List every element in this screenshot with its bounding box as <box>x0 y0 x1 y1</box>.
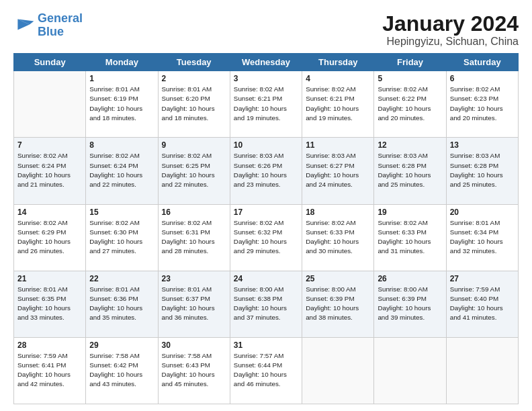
cell-content: Sunrise: 8:01 AM Sunset: 6:36 PM Dayligh… <box>89 285 154 323</box>
calendar-cell: 26Sunrise: 8:00 AM Sunset: 6:39 PM Dayli… <box>374 271 446 337</box>
cell-content: Sunrise: 8:02 AM Sunset: 6:24 PM Dayligh… <box>89 151 154 189</box>
day-number: 29 <box>89 340 154 350</box>
calendar-cell: 22Sunrise: 8:01 AM Sunset: 6:36 PM Dayli… <box>86 271 158 337</box>
cell-content: Sunrise: 8:03 AM Sunset: 6:28 PM Dayligh… <box>378 151 442 189</box>
page: General Blue January 2024 Hepingyizu, Si… <box>0 0 532 411</box>
week-row-4: 21Sunrise: 8:01 AM Sunset: 6:35 PM Dayli… <box>14 271 519 337</box>
day-number: 8 <box>89 140 154 150</box>
calendar-cell: 21Sunrise: 8:01 AM Sunset: 6:35 PM Dayli… <box>14 271 86 337</box>
cell-content: Sunrise: 8:02 AM Sunset: 6:21 PM Dayligh… <box>306 85 370 123</box>
day-number: 27 <box>450 274 515 283</box>
calendar-cell: 20Sunrise: 8:01 AM Sunset: 6:34 PM Dayli… <box>446 204 518 271</box>
cell-content: Sunrise: 7:58 AM Sunset: 6:43 PM Dayligh… <box>162 351 226 390</box>
day-number: 28 <box>17 340 82 350</box>
header-cell-sunday: Sunday <box>14 54 86 71</box>
logo: General Blue <box>13 12 83 39</box>
cell-content: Sunrise: 7:58 AM Sunset: 6:42 PM Dayligh… <box>89 351 154 390</box>
cell-content: Sunrise: 8:02 AM Sunset: 6:23 PM Dayligh… <box>450 85 515 123</box>
week-row-1: 1Sunrise: 8:01 AM Sunset: 6:19 PM Daylig… <box>14 71 519 138</box>
calendar-cell: 27Sunrise: 7:59 AM Sunset: 6:40 PM Dayli… <box>446 271 518 337</box>
calendar-cell: 7Sunrise: 8:02 AM Sunset: 6:24 PM Daylig… <box>14 138 86 204</box>
header: General Blue January 2024 Hepingyizu, Si… <box>13 12 519 48</box>
day-number: 15 <box>89 208 154 217</box>
day-number: 24 <box>234 274 298 283</box>
calendar-cell: 4Sunrise: 8:02 AM Sunset: 6:21 PM Daylig… <box>302 71 374 138</box>
day-number: 16 <box>162 208 226 217</box>
cell-content: Sunrise: 8:02 AM Sunset: 6:32 PM Dayligh… <box>234 218 298 257</box>
calendar-cell: 5Sunrise: 8:02 AM Sunset: 6:22 PM Daylig… <box>374 71 446 138</box>
cell-content: Sunrise: 8:01 AM Sunset: 6:35 PM Dayligh… <box>17 285 82 323</box>
week-row-3: 14Sunrise: 8:02 AM Sunset: 6:29 PM Dayli… <box>14 204 519 271</box>
cell-content: Sunrise: 8:02 AM Sunset: 6:33 PM Dayligh… <box>378 218 442 257</box>
cell-content: Sunrise: 8:03 AM Sunset: 6:26 PM Dayligh… <box>234 151 298 189</box>
calendar-cell: 10Sunrise: 8:03 AM Sunset: 6:26 PM Dayli… <box>230 138 302 204</box>
day-number: 26 <box>378 274 442 283</box>
day-number: 19 <box>378 208 442 217</box>
calendar-cell: 8Sunrise: 8:02 AM Sunset: 6:24 PM Daylig… <box>86 138 158 204</box>
day-number: 20 <box>450 208 515 217</box>
cell-content: Sunrise: 7:59 AM Sunset: 6:41 PM Dayligh… <box>17 351 82 390</box>
month-title: January 2024 <box>382 12 519 36</box>
calendar-cell: 17Sunrise: 8:02 AM Sunset: 6:32 PM Dayli… <box>230 204 302 271</box>
day-number: 6 <box>450 74 515 83</box>
header-cell-thursday: Thursday <box>302 54 374 71</box>
day-number: 18 <box>306 208 370 217</box>
day-number: 1 <box>89 74 154 83</box>
calendar-cell: 9Sunrise: 8:02 AM Sunset: 6:25 PM Daylig… <box>158 138 230 204</box>
calendar-cell: 30Sunrise: 7:58 AM Sunset: 6:43 PM Dayli… <box>158 337 230 404</box>
calendar-cell <box>302 337 374 404</box>
calendar-cell: 24Sunrise: 8:00 AM Sunset: 6:38 PM Dayli… <box>230 271 302 337</box>
cell-content: Sunrise: 8:00 AM Sunset: 6:38 PM Dayligh… <box>234 285 298 323</box>
day-number: 21 <box>17 274 82 283</box>
header-cell-saturday: Saturday <box>446 54 518 71</box>
day-number: 17 <box>234 208 298 217</box>
cell-content: Sunrise: 8:03 AM Sunset: 6:28 PM Dayligh… <box>450 151 515 189</box>
calendar-cell: 16Sunrise: 8:02 AM Sunset: 6:31 PM Dayli… <box>158 204 230 271</box>
cell-content: Sunrise: 8:01 AM Sunset: 6:37 PM Dayligh… <box>162 285 226 323</box>
day-number: 4 <box>306 74 370 83</box>
day-number: 14 <box>17 208 82 217</box>
cell-content: Sunrise: 8:01 AM Sunset: 6:34 PM Dayligh… <box>450 218 515 257</box>
calendar-cell: 23Sunrise: 8:01 AM Sunset: 6:37 PM Dayli… <box>158 271 230 337</box>
cell-content: Sunrise: 8:00 AM Sunset: 6:39 PM Dayligh… <box>306 285 370 323</box>
header-cell-monday: Monday <box>86 54 158 71</box>
cell-content: Sunrise: 8:02 AM Sunset: 6:31 PM Dayligh… <box>162 218 226 257</box>
cell-content: Sunrise: 8:03 AM Sunset: 6:27 PM Dayligh… <box>306 151 370 189</box>
calendar-cell: 12Sunrise: 8:03 AM Sunset: 6:28 PM Dayli… <box>374 138 446 204</box>
cell-content: Sunrise: 8:02 AM Sunset: 6:24 PM Dayligh… <box>17 151 82 189</box>
cell-content: Sunrise: 8:02 AM Sunset: 6:22 PM Dayligh… <box>378 85 442 123</box>
location: Hepingyizu, Sichuan, China <box>382 36 519 48</box>
calendar-cell: 31Sunrise: 7:57 AM Sunset: 6:44 PM Dayli… <box>230 337 302 404</box>
logo-icon <box>13 15 35 36</box>
calendar-cell: 19Sunrise: 8:02 AM Sunset: 6:33 PM Dayli… <box>374 204 446 271</box>
calendar-cell <box>374 337 446 404</box>
title-block: January 2024 Hepingyizu, Sichuan, China <box>382 12 519 48</box>
cell-content: Sunrise: 8:02 AM Sunset: 6:33 PM Dayligh… <box>306 218 370 257</box>
calendar-cell: 14Sunrise: 8:02 AM Sunset: 6:29 PM Dayli… <box>14 204 86 271</box>
day-number: 5 <box>378 74 442 83</box>
header-row: SundayMondayTuesdayWednesdayThursdayFrid… <box>14 54 519 71</box>
cell-content: Sunrise: 8:02 AM Sunset: 6:25 PM Dayligh… <box>162 151 226 189</box>
day-number: 13 <box>450 140 515 150</box>
calendar-cell <box>446 337 518 404</box>
cell-content: Sunrise: 8:01 AM Sunset: 6:19 PM Dayligh… <box>89 85 154 123</box>
cell-content: Sunrise: 7:57 AM Sunset: 6:44 PM Dayligh… <box>234 351 298 390</box>
day-number: 9 <box>162 140 226 150</box>
calendar-cell: 29Sunrise: 7:58 AM Sunset: 6:42 PM Dayli… <box>86 337 158 404</box>
day-number: 12 <box>378 140 442 150</box>
day-number: 10 <box>234 140 298 150</box>
logo-text: General Blue <box>38 12 83 39</box>
calendar-cell: 15Sunrise: 8:02 AM Sunset: 6:30 PM Dayli… <box>86 204 158 271</box>
day-number: 7 <box>17 140 82 150</box>
calendar-cell: 25Sunrise: 8:00 AM Sunset: 6:39 PM Dayli… <box>302 271 374 337</box>
day-number: 23 <box>162 274 226 283</box>
week-row-5: 28Sunrise: 7:59 AM Sunset: 6:41 PM Dayli… <box>14 337 519 404</box>
day-number: 31 <box>234 340 298 350</box>
cell-content: Sunrise: 7:59 AM Sunset: 6:40 PM Dayligh… <box>450 285 515 323</box>
day-number: 30 <box>162 340 226 350</box>
calendar-table: SundayMondayTuesdayWednesdayThursdayFrid… <box>13 53 519 404</box>
header-cell-friday: Friday <box>374 54 446 71</box>
calendar-cell: 1Sunrise: 8:01 AM Sunset: 6:19 PM Daylig… <box>86 71 158 138</box>
day-number: 2 <box>162 74 226 83</box>
calendar-cell: 11Sunrise: 8:03 AM Sunset: 6:27 PM Dayli… <box>302 138 374 204</box>
